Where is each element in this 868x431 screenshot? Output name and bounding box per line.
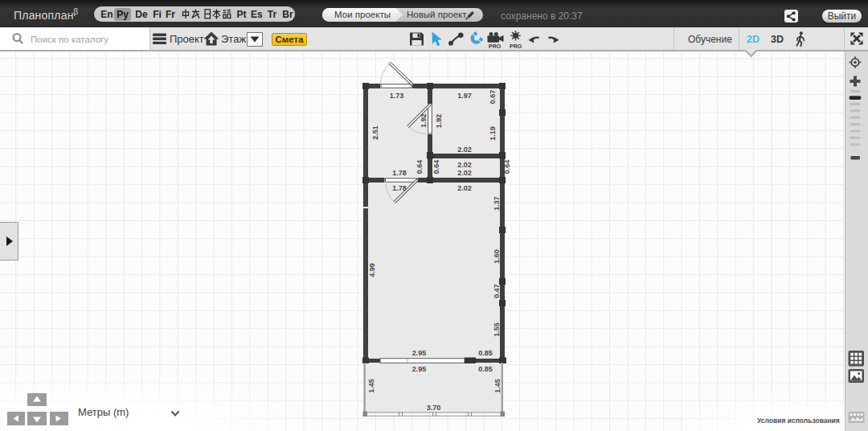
svg-text:1.60: 1.60 (493, 249, 501, 264)
svg-text:1.92: 1.92 (420, 113, 428, 128)
svg-text:1.55: 1.55 (493, 322, 501, 337)
svg-text:2.51: 2.51 (371, 125, 379, 140)
svg-text:0.67: 0.67 (489, 90, 497, 105)
svg-text:2.02: 2.02 (457, 184, 472, 192)
svg-text:4.99: 4.99 (368, 263, 376, 277)
svg-text:0.85: 0.85 (478, 349, 493, 357)
svg-text:2.02: 2.02 (457, 169, 472, 177)
svg-text:0.47: 0.47 (493, 284, 501, 298)
svg-text:1.45: 1.45 (367, 379, 375, 393)
svg-text:0.64: 0.64 (503, 160, 511, 174)
svg-text:1.78: 1.78 (392, 169, 407, 177)
svg-text:2.95: 2.95 (412, 349, 427, 357)
svg-text:1.19: 1.19 (489, 126, 497, 141)
svg-text:1.92: 1.92 (435, 114, 443, 129)
svg-text:2.95: 2.95 (412, 365, 427, 373)
svg-text:1.97: 1.97 (457, 92, 472, 100)
svg-text:0.64: 0.64 (416, 160, 424, 174)
svg-text:3.70: 3.70 (427, 404, 441, 412)
svg-text:2.02: 2.02 (457, 146, 472, 154)
svg-text:1.37: 1.37 (493, 196, 501, 211)
svg-text:1.73: 1.73 (390, 92, 404, 100)
svg-text:1.78: 1.78 (392, 184, 407, 192)
svg-text:0.85: 0.85 (478, 365, 493, 373)
svg-text:0.64: 0.64 (432, 160, 440, 174)
svg-text:1.45: 1.45 (493, 379, 502, 393)
svg-text:2.02: 2.02 (457, 161, 472, 169)
